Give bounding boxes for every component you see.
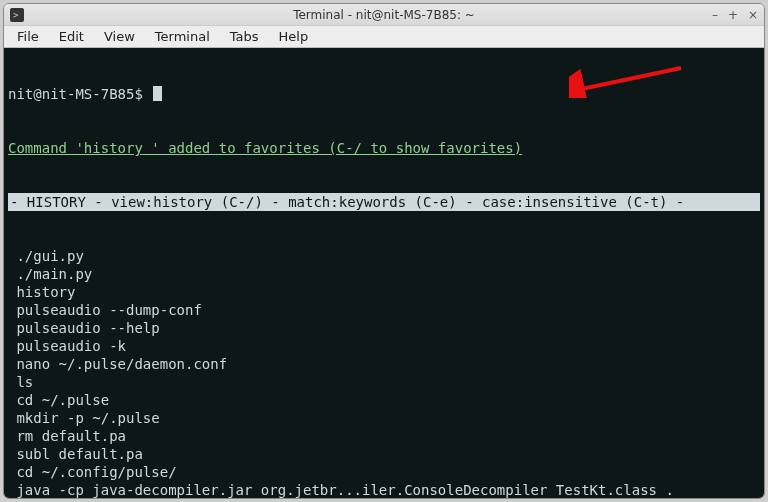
history-entry[interactable]: nano ~/.pulse/daemon.conf [8, 355, 760, 373]
history-list: ./gui.py ./main.py history pulseaudio --… [8, 247, 760, 498]
terminal-app-icon: > [10, 8, 24, 22]
history-entry[interactable]: mkdir -p ~/.pulse [8, 409, 760, 427]
history-entry[interactable]: java -cp java-decompiler.jar org.jetbr..… [8, 481, 760, 498]
menubar: File Edit View Terminal Tabs Help [4, 26, 764, 48]
minimize-button[interactable]: – [712, 8, 718, 22]
menu-terminal[interactable]: Terminal [146, 27, 219, 46]
window-title: Terminal - nit@nit-MS-7B85: ~ [293, 8, 475, 22]
history-entry[interactable]: cd ~/.config/pulse/ [8, 463, 760, 481]
menu-help[interactable]: Help [270, 27, 318, 46]
history-entry[interactable]: cd ~/.pulse [8, 391, 760, 409]
menu-edit[interactable]: Edit [50, 27, 93, 46]
prompt-line: nit@nit-MS-7B85$ [8, 85, 760, 103]
history-entry[interactable]: pulseaudio -k [8, 337, 760, 355]
history-entry[interactable]: history [8, 283, 760, 301]
close-button[interactable]: × [748, 8, 758, 22]
hstr-status-bar: - HISTORY - view:history (C-/) - match:k… [8, 193, 760, 211]
terminal-viewport[interactable]: nit@nit-MS-7B85$ Command 'history ' adde… [4, 48, 764, 498]
history-entry[interactable]: ./main.py [8, 265, 760, 283]
menu-file[interactable]: File [8, 27, 48, 46]
menu-view[interactable]: View [95, 27, 144, 46]
shell-prompt: nit@nit-MS-7B85$ [8, 86, 143, 102]
favorites-message: Command 'history ' added to favorites (C… [8, 139, 760, 157]
menu-tabs[interactable]: Tabs [221, 27, 268, 46]
cursor-block [153, 86, 162, 101]
history-entry[interactable]: ./gui.py [8, 247, 760, 265]
history-entry[interactable]: subl default.pa [8, 445, 760, 463]
terminal-window: > Terminal - nit@nit-MS-7B85: ~ – + × Fi… [3, 3, 765, 499]
window-controls: – + × [712, 8, 758, 22]
titlebar[interactable]: > Terminal - nit@nit-MS-7B85: ~ – + × [4, 4, 764, 26]
history-entry[interactable]: rm default.pa [8, 427, 760, 445]
history-entry[interactable]: pulseaudio --dump-conf [8, 301, 760, 319]
svg-text:>: > [13, 10, 19, 20]
history-entry[interactable]: pulseaudio --help [8, 319, 760, 337]
maximize-button[interactable]: + [728, 8, 738, 22]
history-entry[interactable]: ls [8, 373, 760, 391]
